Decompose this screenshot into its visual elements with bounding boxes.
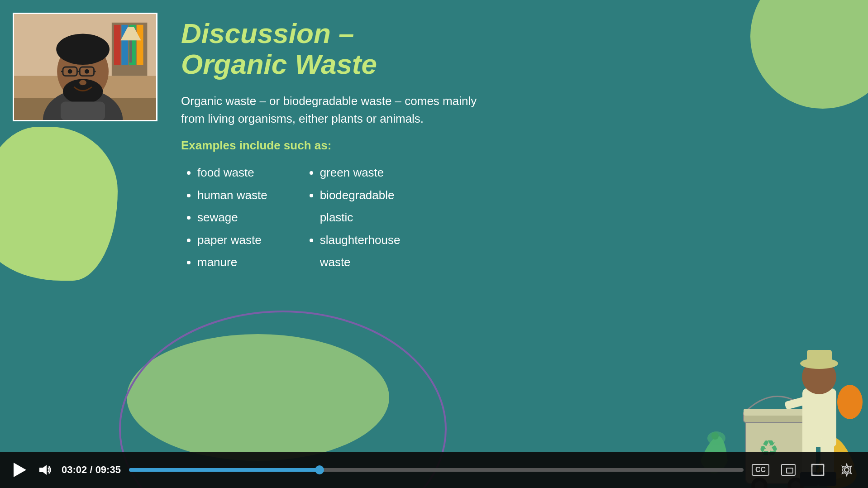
- svg-rect-41: [807, 350, 832, 364]
- progress-fill: [129, 468, 320, 472]
- svg-rect-23: [61, 102, 105, 120]
- svg-rect-5: [114, 25, 121, 65]
- svg-point-22: [79, 80, 86, 85]
- list-item: biodegradableplastic: [320, 184, 401, 229]
- svg-point-45: [707, 431, 725, 445]
- list-item: manure: [197, 251, 267, 273]
- slide-title: Discussion – Organic Waste: [181, 18, 805, 80]
- current-time: 03:02: [62, 464, 87, 475]
- svg-point-48: [844, 468, 849, 472]
- list-item: sewage: [197, 206, 267, 229]
- cc-button[interactable]: CC: [752, 464, 769, 476]
- controls-bar: 03:02 / 09:35 CC: [0, 452, 868, 488]
- examples-label: Examples include such as:: [181, 139, 805, 153]
- list-item: food waste: [197, 162, 267, 184]
- bullet-list-left: food waste human waste sewage paper wast…: [181, 162, 267, 273]
- progress-knob[interactable]: [315, 465, 324, 474]
- svg-point-13: [56, 33, 110, 65]
- list-item: paper waste: [197, 229, 267, 251]
- time-separator: /: [87, 464, 95, 475]
- settings-button[interactable]: [836, 461, 857, 478]
- gear-icon: [840, 463, 854, 477]
- decorative-blob-left: [0, 127, 118, 281]
- slide-description: Organic waste – or biodegradable waste –…: [181, 92, 489, 128]
- webcam-thumbnail: [13, 13, 157, 121]
- play-icon: [14, 463, 26, 477]
- bullet-list-right: green waste biodegradableplastic slaught…: [304, 162, 401, 273]
- svg-rect-9: [129, 40, 132, 62]
- play-button[interactable]: [11, 461, 29, 479]
- volume-icon: [38, 464, 52, 476]
- svg-point-21: [85, 69, 89, 74]
- progress-bar[interactable]: [129, 468, 744, 472]
- total-time: 09:35: [95, 464, 121, 475]
- svg-point-20: [68, 69, 72, 74]
- fullscreen-button[interactable]: [807, 462, 828, 478]
- volume-button[interactable]: [37, 462, 53, 478]
- list-item: slaughterhousewaste: [320, 229, 401, 274]
- svg-rect-47: [812, 464, 824, 475]
- svg-rect-8: [137, 25, 143, 65]
- pip-button[interactable]: [777, 462, 799, 478]
- webcam-person: [14, 13, 156, 121]
- svg-point-44: [848, 386, 857, 398]
- time-display: 03:02 / 09:35: [62, 464, 121, 476]
- list-item: human waste: [197, 184, 267, 206]
- svg-marker-46: [39, 465, 47, 475]
- list-item: green waste: [320, 162, 401, 184]
- svg-rect-28: [744, 409, 811, 416]
- pip-icon: [781, 464, 796, 476]
- examples-lists: food waste human waste sewage paper wast…: [181, 162, 805, 273]
- fullscreen-icon: [811, 464, 825, 476]
- video-player: Discussion – Organic Waste Organic waste…: [0, 0, 868, 488]
